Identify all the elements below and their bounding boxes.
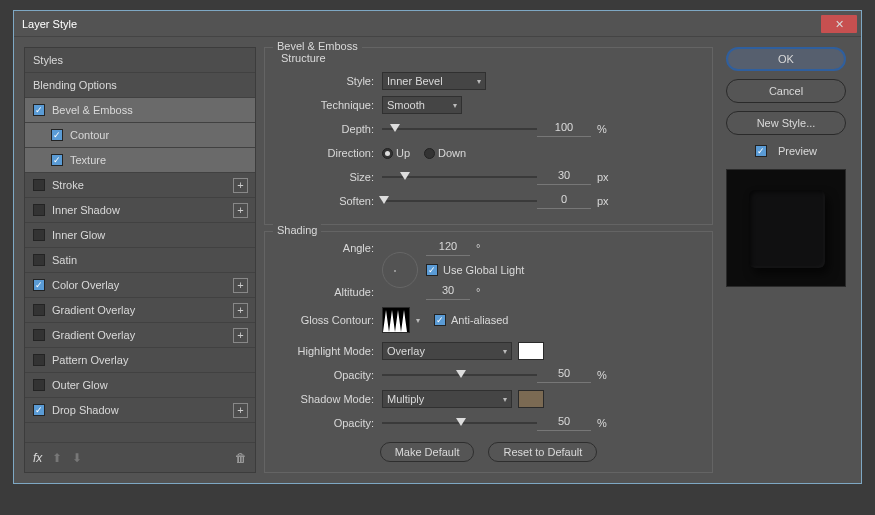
sidebar-item-styles[interactable]: Styles xyxy=(25,48,255,73)
styles-sidebar: Styles Blending Options Bevel & Emboss C… xyxy=(24,47,256,473)
soften-value[interactable]: 0 xyxy=(537,193,591,209)
depth-label: Depth: xyxy=(275,123,382,135)
highlight-mode-dropdown[interactable]: Overlay▾ xyxy=(382,342,512,360)
add-effect-icon[interactable]: + xyxy=(233,203,248,218)
fx-icon[interactable]: fx xyxy=(33,451,42,465)
checkbox-icon[interactable] xyxy=(33,254,45,266)
direction-up-radio[interactable] xyxy=(382,148,393,159)
sidebar-item-satin[interactable]: Satin xyxy=(25,248,255,273)
bevel-emboss-group: Bevel & Emboss Structure Style: Inner Be… xyxy=(264,47,713,225)
sidebar-item-color-overlay[interactable]: Color Overlay+ xyxy=(25,273,255,298)
highlight-opacity-slider[interactable] xyxy=(382,366,537,384)
move-up-icon[interactable]: ⬆ xyxy=(52,451,62,465)
sidebar-item-drop-shadow[interactable]: Drop Shadow+ xyxy=(25,398,255,423)
add-effect-icon[interactable]: + xyxy=(233,303,248,318)
opacity-label: Opacity: xyxy=(275,417,382,429)
sidebar-item-bevel-emboss[interactable]: Bevel & Emboss xyxy=(25,98,255,123)
add-effect-icon[interactable]: + xyxy=(233,403,248,418)
style-label: Style: xyxy=(275,75,382,87)
close-button[interactable]: ✕ xyxy=(821,15,857,33)
shadow-opacity-slider[interactable] xyxy=(382,414,537,432)
global-light-checkbox[interactable] xyxy=(426,264,438,276)
checkbox-icon[interactable] xyxy=(33,204,45,216)
preview-checkbox[interactable] xyxy=(755,145,767,157)
sidebar-item-label: Outer Glow xyxy=(52,379,108,391)
shadow-mode-label: Shadow Mode: xyxy=(275,393,382,405)
sidebar-item-texture[interactable]: Texture xyxy=(25,148,255,173)
direction-down-radio[interactable] xyxy=(424,148,435,159)
checkbox-icon[interactable] xyxy=(33,104,45,116)
depth-slider[interactable] xyxy=(382,120,537,138)
layer-style-dialog: Layer Style ✕ Styles Blending Options Be… xyxy=(13,10,862,484)
technique-dropdown[interactable]: Smooth▾ xyxy=(382,96,462,114)
shading-group: Shading Angle: 120 ° Use Global Light Al… xyxy=(264,231,713,473)
checkbox-icon[interactable] xyxy=(33,179,45,191)
soften-label: Soften: xyxy=(275,195,382,207)
sidebar-item-stroke[interactable]: Stroke+ xyxy=(25,173,255,198)
checkbox-icon[interactable] xyxy=(33,329,45,341)
sidebar-item-blending-options[interactable]: Blending Options xyxy=(25,73,255,98)
ok-button[interactable]: OK xyxy=(726,47,846,71)
add-effect-icon[interactable]: + xyxy=(233,328,248,343)
close-icon: ✕ xyxy=(835,19,844,30)
titlebar[interactable]: Layer Style ✕ xyxy=(14,11,861,37)
size-slider[interactable] xyxy=(382,168,537,186)
anti-aliased-checkbox[interactable] xyxy=(434,314,446,326)
highlight-color-swatch[interactable] xyxy=(518,342,544,360)
sidebar-item-label: Styles xyxy=(33,54,63,66)
make-default-button[interactable]: Make Default xyxy=(380,442,475,462)
sidebar-item-label: Bevel & Emboss xyxy=(52,104,133,116)
sidebar-item-label: Texture xyxy=(70,154,106,166)
altitude-label: Altitude: xyxy=(275,286,382,298)
sidebar-item-contour[interactable]: Contour xyxy=(25,123,255,148)
sidebar-item-gradient-overlay-2[interactable]: Gradient Overlay+ xyxy=(25,323,255,348)
checkbox-icon[interactable] xyxy=(33,304,45,316)
shadow-color-swatch[interactable] xyxy=(518,390,544,408)
shadow-opacity-value[interactable]: 50 xyxy=(537,415,591,431)
new-style-button[interactable]: New Style... xyxy=(726,111,846,135)
soften-unit: px xyxy=(591,195,613,207)
altitude-value[interactable]: 30 xyxy=(426,284,470,300)
size-value[interactable]: 30 xyxy=(537,169,591,185)
sidebar-item-gradient-overlay[interactable]: Gradient Overlay+ xyxy=(25,298,255,323)
checkbox-icon[interactable] xyxy=(51,129,63,141)
chevron-down-icon: ▾ xyxy=(503,347,507,356)
checkbox-icon[interactable] xyxy=(33,229,45,241)
chevron-down-icon[interactable]: ▾ xyxy=(416,316,420,325)
highlight-opacity-value[interactable]: 50 xyxy=(537,367,591,383)
trash-icon[interactable]: 🗑 xyxy=(235,451,247,465)
sidebar-item-label: Contour xyxy=(70,129,109,141)
sidebar-item-inner-glow[interactable]: Inner Glow xyxy=(25,223,255,248)
sidebar-item-label: Color Overlay xyxy=(52,279,119,291)
gloss-contour-label: Gloss Contour: xyxy=(275,314,382,326)
angle-dial[interactable] xyxy=(382,252,418,288)
reset-to-default-button[interactable]: Reset to Default xyxy=(488,442,597,462)
shadow-mode-dropdown[interactable]: Multiply▾ xyxy=(382,390,512,408)
sidebar-item-pattern-overlay[interactable]: Pattern Overlay xyxy=(25,348,255,373)
radio-label: Down xyxy=(438,147,466,159)
move-down-icon[interactable]: ⬇ xyxy=(72,451,82,465)
dropdown-value: Inner Bevel xyxy=(387,75,443,87)
add-effect-icon[interactable]: + xyxy=(233,278,248,293)
sidebar-item-label: Satin xyxy=(52,254,77,266)
percent-unit: % xyxy=(591,369,613,381)
checkbox-icon[interactable] xyxy=(51,154,63,166)
window-title: Layer Style xyxy=(22,18,77,30)
sidebar-item-outer-glow[interactable]: Outer Glow xyxy=(25,373,255,398)
cancel-button[interactable]: Cancel xyxy=(726,79,846,103)
checkbox-icon[interactable] xyxy=(33,404,45,416)
checkbox-icon[interactable] xyxy=(33,354,45,366)
angle-label: Angle: xyxy=(275,242,382,254)
gloss-contour-picker[interactable] xyxy=(382,307,410,333)
soften-slider[interactable] xyxy=(382,192,537,210)
angle-value[interactable]: 120 xyxy=(426,240,470,256)
checkbox-icon[interactable] xyxy=(33,379,45,391)
direction-label: Direction: xyxy=(275,147,382,159)
panel-title: Bevel & Emboss xyxy=(273,40,362,52)
add-effect-icon[interactable]: + xyxy=(233,178,248,193)
sidebar-item-label: Pattern Overlay xyxy=(52,354,128,366)
sidebar-item-inner-shadow[interactable]: Inner Shadow+ xyxy=(25,198,255,223)
checkbox-icon[interactable] xyxy=(33,279,45,291)
style-dropdown[interactable]: Inner Bevel▾ xyxy=(382,72,486,90)
depth-value[interactable]: 100 xyxy=(537,121,591,137)
